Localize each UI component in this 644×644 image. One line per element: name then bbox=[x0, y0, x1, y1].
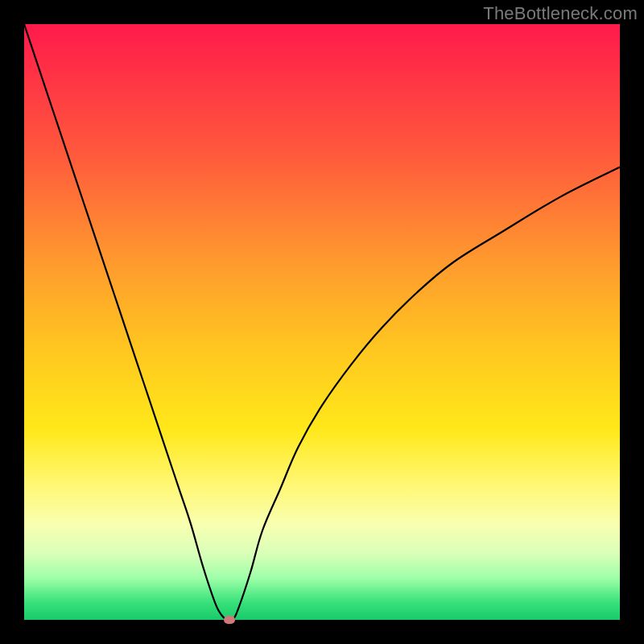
watermark-text: TheBottleneck.com bbox=[483, 3, 638, 24]
optimum-marker bbox=[224, 616, 235, 624]
curve-svg bbox=[24, 24, 620, 620]
bottleneck-curve bbox=[24, 24, 620, 621]
chart-frame: TheBottleneck.com bbox=[0, 0, 644, 644]
plot-area bbox=[24, 24, 620, 620]
